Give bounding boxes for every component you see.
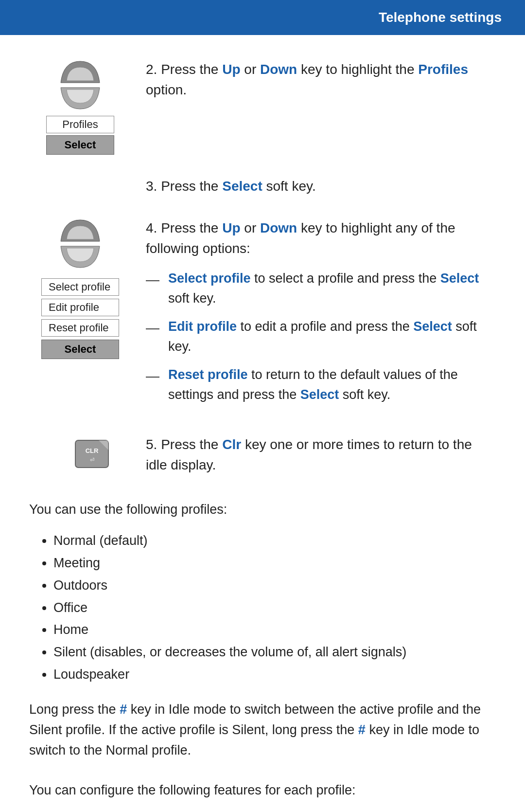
step-3-row: 3. Press the Select soft key.	[29, 176, 496, 197]
profiles-intro-text: You can use the following profiles:	[29, 500, 496, 520]
profiles-highlight: Profiles	[418, 62, 468, 77]
list-item: Home	[53, 619, 496, 641]
select-profile-link: Select profile	[168, 271, 251, 286]
list-item: Loudspeaker	[53, 664, 496, 686]
select-key-label-3: Select	[222, 179, 262, 194]
step-4-text: 4. Press the Up or Down key to highlight…	[131, 218, 496, 413]
step-5-text: 5. Press the Clr key one or more times t…	[131, 434, 496, 475]
step-2-row: Profiles Select 2. Press the Up or Down …	[29, 59, 496, 155]
select-key-dash3: Select	[300, 387, 339, 402]
header-title: Telephone settings	[379, 10, 502, 25]
dash-item-reset-profile: — Reset profile to return to the default…	[146, 365, 496, 404]
select-softkey-step2[interactable]: Select	[46, 135, 114, 155]
edit-profile-link: Edit profile	[168, 319, 237, 334]
up-key-label: Up	[222, 62, 240, 77]
step-3-number: 3.	[146, 179, 157, 194]
up-arrow-icon-4	[58, 218, 102, 242]
list-item: Outdoors	[53, 575, 496, 597]
step-2-text: 2. Press the Up or Down key to highlight…	[131, 59, 496, 100]
dash-item-edit-profile: — Edit profile to edit a profile and pre…	[146, 317, 496, 356]
select-key-dash2: Select	[413, 319, 452, 334]
step-4-row: Select profile Edit profile Reset profil…	[29, 218, 496, 413]
reset-profile-link: Reset profile	[168, 367, 248, 382]
clr-key-icon: CLR ⏎	[74, 436, 109, 471]
svg-text:⏎: ⏎	[90, 457, 94, 463]
list-item: Silent (disables, or decreases the volum…	[53, 641, 496, 664]
reset-profile-item: Reset profile	[41, 319, 119, 337]
down-key-4: Down	[260, 220, 297, 235]
select-softkey-step4[interactable]: Select	[41, 340, 119, 359]
edit-profile-item: Edit profile	[41, 299, 119, 316]
list-item: Normal (default)	[53, 530, 496, 552]
select-profile-item: Select profile	[41, 278, 119, 296]
down-arrow-icon-4	[58, 245, 102, 270]
svg-text:CLR: CLR	[86, 447, 99, 454]
step-3-text: 3. Press the Select soft key.	[131, 176, 496, 197]
main-content: Profiles Select 2. Press the Up or Down …	[0, 35, 525, 812]
features-list: Ring volume	[53, 810, 496, 812]
step-5-number: 5.	[146, 437, 157, 452]
up-arrow-icon	[58, 59, 102, 84]
clr-key-svg: CLR ⏎	[74, 436, 109, 471]
hash-key-2: #	[358, 722, 366, 737]
hash-key-1: #	[120, 702, 127, 717]
up-key-4: Up	[222, 220, 240, 235]
select-key-dash1: Select	[440, 271, 479, 286]
step-5-row: CLR ⏎ 5. Press the Clr key one or more t…	[29, 434, 496, 475]
list-item-ring-volume: Ring volume	[53, 810, 496, 812]
step-2-number: 2.	[146, 62, 157, 77]
down-key-label: Down	[260, 62, 297, 77]
dash-item-select-profile: — Select profile to select a profile and…	[146, 269, 496, 308]
configure-text: You can configure the following features…	[29, 780, 496, 801]
list-item: Office	[53, 597, 496, 619]
profiles-menu-item: Profiles	[46, 116, 114, 133]
note-paragraph: Long press the # key in Idle mode to swi…	[29, 700, 496, 761]
step-4-icon: Select profile Edit profile Reset profil…	[29, 218, 131, 359]
step-5-icon: CLR ⏎	[29, 434, 131, 471]
step-2-icon: Profiles Select	[29, 59, 131, 155]
profiles-list: Normal (default) Meeting Outdoors Office…	[53, 530, 496, 686]
page-header: Telephone settings	[0, 0, 525, 35]
profile-menu-items: Select profile Edit profile Reset profil…	[41, 278, 119, 359]
nav-icon-up-down	[58, 59, 102, 111]
clr-key-label: Clr	[222, 437, 241, 452]
step-4-number: 4.	[146, 220, 157, 235]
down-arrow-icon	[58, 87, 102, 111]
nav-icon-up-down-4	[58, 218, 102, 270]
list-item: Meeting	[53, 552, 496, 575]
